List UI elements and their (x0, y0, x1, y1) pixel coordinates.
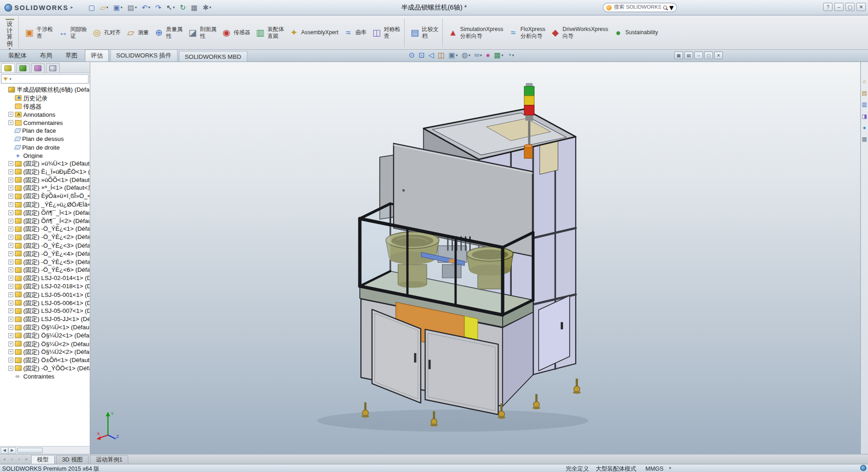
open-document-button[interactable]: ▱ ▾ (98, 2, 110, 13)
file-properties-button[interactable]: ▦ (189, 2, 200, 13)
solidworks-resources-tab[interactable]: ⌂ (863, 78, 866, 84)
tree-expander[interactable]: + (8, 268, 13, 273)
simulationxpress-wizard-button[interactable]: ▲ SimulationXpress 分析向导 (442, 18, 505, 47)
tree-expander[interactable] (8, 374, 13, 379)
tab-model[interactable]: 模型 (31, 455, 55, 464)
curvature-button[interactable]: ≈ 曲率 (341, 18, 369, 47)
tree-expander[interactable]: + (8, 251, 13, 256)
tree-item[interactable]: + (固定) Ö§¼Ü<2> (Défaut (2, 340, 90, 348)
symmetry-check-button[interactable]: ◫ 对称检 查 (369, 18, 403, 47)
tree-expander[interactable]: + (8, 218, 13, 223)
tree-expander[interactable] (8, 136, 13, 141)
redo-button[interactable]: ↷ (153, 2, 164, 13)
machine-3d-model[interactable] (317, 83, 588, 432)
tree-item[interactable]: 半成品锁螺丝机(6轴) (Défaut< (2, 86, 90, 94)
tree-item[interactable]: + (固定) -Ö_ÝÕÖ<1> (Défaut (2, 364, 90, 373)
graphics-viewport[interactable]: Y X Z (90, 62, 860, 454)
tree-expander[interactable] (8, 96, 13, 101)
compare-documents-button[interactable]: ▤ 比较文 档 (404, 18, 441, 47)
scroll-left-arrow[interactable]: ◀ (0, 447, 8, 454)
left-door-handle[interactable] (414, 353, 416, 363)
tree-expander[interactable]: + (8, 341, 13, 346)
viewport-split-button[interactable]: ▦ (674, 52, 683, 59)
tree-item[interactable]: + (固定) LSJ-02-014<1> (Dé (2, 274, 90, 282)
next-tab-button[interactable]: › (16, 455, 23, 463)
doc-cascade-button[interactable]: ▤ (684, 52, 693, 59)
tree-expander[interactable]: + (8, 120, 13, 125)
new-document-button[interactable]: ▢ (86, 2, 98, 13)
tree-item[interactable]: + (固定) -Ö_ÝÈ¿<4> (Défaut (2, 249, 90, 258)
tree-expander[interactable]: + (8, 325, 13, 330)
scroll-right-arrow[interactable]: ▶ (8, 447, 16, 454)
section-view-button[interactable]: ◫ (436, 51, 446, 59)
first-tab-button[interactable]: « (1, 455, 8, 463)
displaymanager-tab[interactable] (46, 63, 60, 73)
restore-window-button[interactable]: ▢ (845, 3, 855, 11)
measure-button[interactable]: ▱ 测量 (123, 18, 151, 47)
featuremanager-tab[interactable] (1, 63, 15, 73)
search-icon[interactable] (663, 5, 667, 9)
tree-expander[interactable]: + (8, 202, 13, 207)
tree-item[interactable]: Plan de dessus (2, 135, 90, 143)
tree-expander[interactable]: + (8, 276, 13, 281)
apply-scene-button[interactable]: ▦ ▾ (492, 51, 505, 59)
doc-restore-button[interactable]: ▢ (704, 52, 713, 59)
tree-expander[interactable]: + (8, 292, 13, 297)
sustainability-button[interactable]: ● Sustainability (610, 18, 660, 47)
tree-expander[interactable]: + (8, 161, 13, 166)
tree-expander[interactable]: + (8, 333, 13, 338)
tree-item[interactable]: + (固定) Ö§¼Ü2<2> (Défau (2, 348, 90, 356)
tree-expander[interactable] (8, 128, 13, 133)
tree-item[interactable]: + Annotations (2, 110, 90, 119)
help-button[interactable]: ? (823, 3, 833, 11)
tree-expander[interactable]: + (8, 112, 13, 117)
tree-item[interactable]: + (固定) LSJ-05-JJ<1> (Défa (2, 315, 90, 323)
tree-expander[interactable]: + (8, 194, 13, 199)
tree-expander[interactable]: + (8, 284, 13, 289)
tree-item[interactable]: + (固定) LSJ-05-001<1> (Dé (2, 290, 90, 299)
custom-properties-tab[interactable]: ▦ (862, 137, 867, 142)
right-door-handle[interactable] (428, 360, 431, 369)
tree-expander[interactable]: + (8, 177, 13, 182)
doc-close-button[interactable]: ✕ (714, 52, 723, 59)
tree-expander[interactable]: + (8, 210, 13, 215)
tree-item[interactable]: 历史记录 (2, 94, 90, 102)
appearances-tab[interactable]: ● (863, 125, 866, 130)
sensor-button[interactable]: ◉ 传感器 (218, 18, 252, 47)
prev-tab-button[interactable]: ‹ (8, 455, 16, 463)
tree-item[interactable]: + (固定) -Ö_ÝÈ¿<5> (Défaut (2, 258, 90, 266)
undo-button[interactable]: ↶ ▾ (140, 2, 152, 13)
tab-solidworks-addins[interactable]: SOLIDWORKS 插件 (110, 49, 178, 62)
tab-sketch[interactable]: 草图 (59, 49, 83, 62)
view-orientation-button[interactable]: ▣ ▾ (447, 51, 460, 59)
tree-item[interactable]: + (固定) -Ö_ÝÈ¿<2> (Défaut (2, 233, 90, 241)
scrollbar-thumb[interactable] (17, 447, 43, 453)
search-caret-icon[interactable]: ▾ (669, 2, 674, 13)
tree-item[interactable]: Plan de face (2, 127, 90, 135)
clearance-verification-button[interactable]: ↔ 间隙验 证 (55, 18, 89, 47)
tree-item[interactable]: + (固定) È¡_Ï»úÐµÊÖ<1> (D (2, 168, 90, 176)
tree-expander[interactable]: + (8, 227, 13, 232)
save-document-button[interactable]: ▣ ▾ (111, 2, 125, 13)
tree-item[interactable]: + (固定) Ö§¼Ü<1> (Défaut (2, 323, 90, 332)
tree-item[interactable]: + (固定) LSJ-05-007<1> (Dé (2, 307, 90, 315)
cabinet-door-right[interactable] (425, 329, 498, 415)
view-palette-tab[interactable]: ◨ (862, 114, 867, 119)
tree-item[interactable]: Contraintes (2, 373, 90, 381)
tree-item[interactable]: + (固定) ×ª_Í<1> (Défaut<显 (2, 184, 90, 192)
tree-filter-box[interactable]: ▾ (1, 74, 88, 84)
design-library-tab[interactable]: ▤ (862, 90, 867, 96)
tree-expander[interactable]: + (8, 235, 13, 240)
tree-item[interactable]: + (固定) ÈýÕá»ü×î¸ßÎ»Ö_<1 (2, 192, 90, 201)
driveworksxpress-wizard-button[interactable]: ◆ DriveWorksXpress 向导 (547, 18, 610, 47)
tab-assembly[interactable]: 装配体 (2, 49, 33, 62)
propertymanager-tab[interactable] (16, 63, 30, 73)
section-properties-button[interactable]: ◪ 剖面属 性 (185, 18, 218, 47)
zoom-area-button[interactable]: ⊡ (417, 51, 426, 59)
tree-item[interactable]: + (固定) -Ö_ÝÈ¿<3> (Défaut (2, 241, 90, 249)
doc-minimize-button[interactable]: – (694, 52, 703, 59)
tree-expander[interactable] (8, 153, 13, 158)
3d-scene[interactable] (90, 62, 860, 454)
filter-caret-icon[interactable]: ▾ (10, 77, 11, 81)
search-box[interactable]: 搜索 SOLIDWORKS 帮助 ▾ (603, 3, 677, 12)
